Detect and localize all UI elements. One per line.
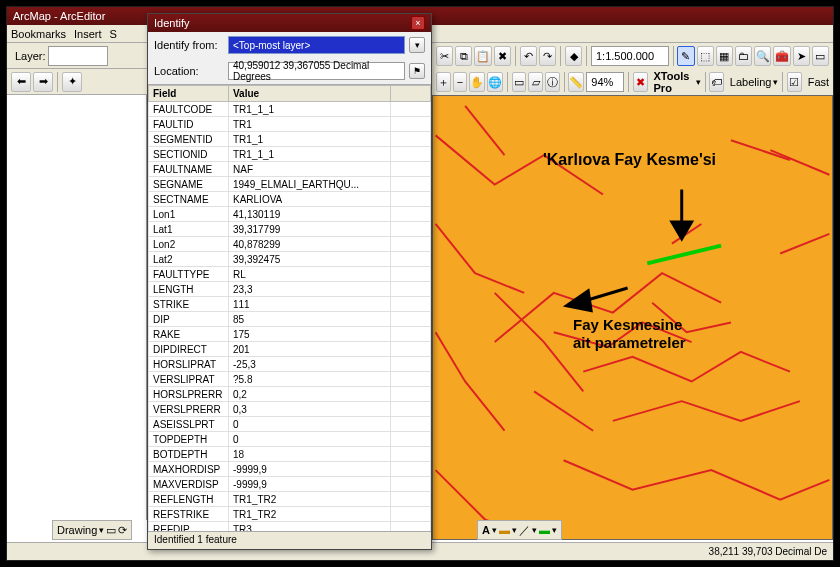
- value-cell: 0: [229, 417, 391, 432]
- copy-icon[interactable]: ⧉: [455, 46, 472, 66]
- field-cell: HORSLPRERR: [149, 387, 229, 402]
- label-icon[interactable]: 🏷: [709, 72, 724, 92]
- clear-sel-icon[interactable]: ▱: [528, 72, 543, 92]
- table-row[interactable]: FAULTCODETR1_1_1: [149, 102, 431, 117]
- value-cell: -25,3: [229, 357, 391, 372]
- table-row[interactable]: Lat139,317799: [149, 222, 431, 237]
- undo-icon[interactable]: ↶: [520, 46, 537, 66]
- table-row[interactable]: HORSLIPRAT-25,3: [149, 357, 431, 372]
- sel-icon[interactable]: ▭: [512, 72, 527, 92]
- close-icon[interactable]: ×: [411, 16, 425, 30]
- scale-combo[interactable]: 1:1.500.000: [591, 46, 669, 66]
- tool-icon[interactable]: ✦: [62, 72, 82, 92]
- table-row[interactable]: FAULTNAMENAF: [149, 162, 431, 177]
- xtools-icon[interactable]: ✖: [633, 72, 648, 92]
- table-row[interactable]: VERSLIPRAT?5.8: [149, 372, 431, 387]
- location-units-icon[interactable]: ⚑: [409, 63, 425, 79]
- table-row[interactable]: REFSTRIKETR1_TR2: [149, 507, 431, 522]
- nav-fwd-icon[interactable]: ➡: [33, 72, 53, 92]
- xtools-label[interactable]: XTools Pro: [654, 70, 694, 94]
- value-cell: TR1_1_1: [229, 102, 391, 117]
- table-row[interactable]: MAXHORDISP-9999,9: [149, 462, 431, 477]
- fill-icon[interactable]: ▬: [499, 524, 510, 536]
- value-cell: TR3: [229, 522, 391, 532]
- field-cell: TOPDEPTH: [149, 432, 229, 447]
- annotation-params2: ait parametreler: [573, 334, 686, 351]
- full-extent-icon[interactable]: 🌐: [487, 72, 503, 92]
- identify-dialog[interactable]: Identify × Identify from: <Top-most laye…: [147, 13, 432, 550]
- table-row[interactable]: ASEISSLPRT0: [149, 417, 431, 432]
- drawing-label[interactable]: Drawing: [57, 524, 97, 536]
- add-data-icon[interactable]: ◆: [565, 46, 582, 66]
- python-icon[interactable]: ➤: [793, 46, 810, 66]
- value-cell: RL: [229, 267, 391, 282]
- field-cell: Lon1: [149, 207, 229, 222]
- delete-icon[interactable]: ✖: [494, 46, 511, 66]
- measure-icon[interactable]: 📏: [568, 72, 584, 92]
- identify-from-combo[interactable]: <Top-most layer>: [228, 36, 405, 54]
- value-cell: -9999,9: [229, 462, 391, 477]
- pct-combo[interactable]: 94%: [586, 72, 624, 92]
- cut-icon[interactable]: ✂: [436, 46, 453, 66]
- identify-from-dropdown-icon[interactable]: ▾: [409, 37, 425, 53]
- ident-icon[interactable]: ⓘ: [545, 72, 560, 92]
- line-color-icon[interactable]: ▬: [539, 524, 550, 536]
- layer-combo[interactable]: [48, 46, 108, 66]
- field-cell: REFLENGTH: [149, 492, 229, 507]
- catalog-icon[interactable]: 🗀: [735, 46, 752, 66]
- table-row[interactable]: SEGNAME1949_ELMALI_EARTHQU...: [149, 177, 431, 192]
- redo-icon[interactable]: ↷: [539, 46, 556, 66]
- identify-titlebar[interactable]: Identify ×: [148, 14, 431, 32]
- table-row[interactable]: Lon141,130119: [149, 207, 431, 222]
- table-row[interactable]: FAULTTYPERL: [149, 267, 431, 282]
- line-icon[interactable]: ／: [519, 523, 530, 538]
- zoom-out-icon[interactable]: −: [453, 72, 468, 92]
- menu-bookmarks[interactable]: Bookmarks: [11, 28, 66, 40]
- paste-icon[interactable]: 📋: [474, 46, 491, 66]
- toolbox-icon[interactable]: 🧰: [773, 46, 790, 66]
- value-cell: 39,392475: [229, 252, 391, 267]
- nav-back-icon[interactable]: ⬅: [11, 72, 31, 92]
- value-cell: 0,3: [229, 402, 391, 417]
- editor-icon[interactable]: ✎: [677, 46, 694, 66]
- table-row[interactable]: BOTDEPTH18: [149, 447, 431, 462]
- table-row[interactable]: REFDIPTR3: [149, 522, 431, 532]
- col-value[interactable]: Value: [229, 86, 391, 102]
- table-row[interactable]: RAKE175: [149, 327, 431, 342]
- table-row[interactable]: SEGMENTIDTR1_1: [149, 132, 431, 147]
- pan-icon[interactable]: ✋: [469, 72, 485, 92]
- bold-icon[interactable]: A: [482, 524, 490, 536]
- col-field[interactable]: Field: [149, 86, 229, 102]
- search-icon[interactable]: 🔍: [754, 46, 771, 66]
- table-row[interactable]: FAULTIDTR1: [149, 117, 431, 132]
- value-cell: 18: [229, 447, 391, 462]
- misc-icon[interactable]: ▭: [812, 46, 829, 66]
- identify-grid[interactable]: Field Value FAULTCODETR1_1_1FAULTIDTR1SE…: [148, 84, 431, 531]
- location-field[interactable]: 40,959012 39,367055 Decimal Degrees: [228, 62, 405, 80]
- table-row[interactable]: SECTIONIDTR1_1_1: [149, 147, 431, 162]
- tool-b-icon[interactable]: ▦: [716, 46, 733, 66]
- table-row[interactable]: REFLENGTHTR1_TR2: [149, 492, 431, 507]
- menu-s[interactable]: S: [110, 28, 117, 40]
- table-row[interactable]: MAXVERDISP-9999,9: [149, 477, 431, 492]
- select-elem-icon[interactable]: ▭: [106, 524, 116, 537]
- table-row[interactable]: DIPDIRECT201: [149, 342, 431, 357]
- tool-a-icon[interactable]: ⬚: [697, 46, 714, 66]
- fast-check[interactable]: ☑: [787, 72, 802, 92]
- menu-insert[interactable]: Insert: [74, 28, 102, 40]
- table-row[interactable]: LENGTH23,3: [149, 282, 431, 297]
- location-label: Location:: [154, 65, 224, 77]
- table-row[interactable]: STRIKE111: [149, 297, 431, 312]
- table-row[interactable]: DIP85: [149, 312, 431, 327]
- table-row[interactable]: VERSLPRERR0,3: [149, 402, 431, 417]
- map-view[interactable]: 'Karlıova Fay Kesme'si Fay Kesmesine ait…: [432, 95, 833, 540]
- zoom-in-icon[interactable]: ＋: [436, 72, 451, 92]
- table-row[interactable]: Lat239,392475: [149, 252, 431, 267]
- rotate-icon[interactable]: ⟳: [118, 524, 127, 537]
- labeling-label[interactable]: Labeling: [730, 76, 772, 88]
- table-row[interactable]: TOPDEPTH0: [149, 432, 431, 447]
- value-cell: 39,317799: [229, 222, 391, 237]
- table-row[interactable]: SECTNAMEKARLIOVA: [149, 192, 431, 207]
- table-row[interactable]: Lon240,878299: [149, 237, 431, 252]
- table-row[interactable]: HORSLPRERR0,2: [149, 387, 431, 402]
